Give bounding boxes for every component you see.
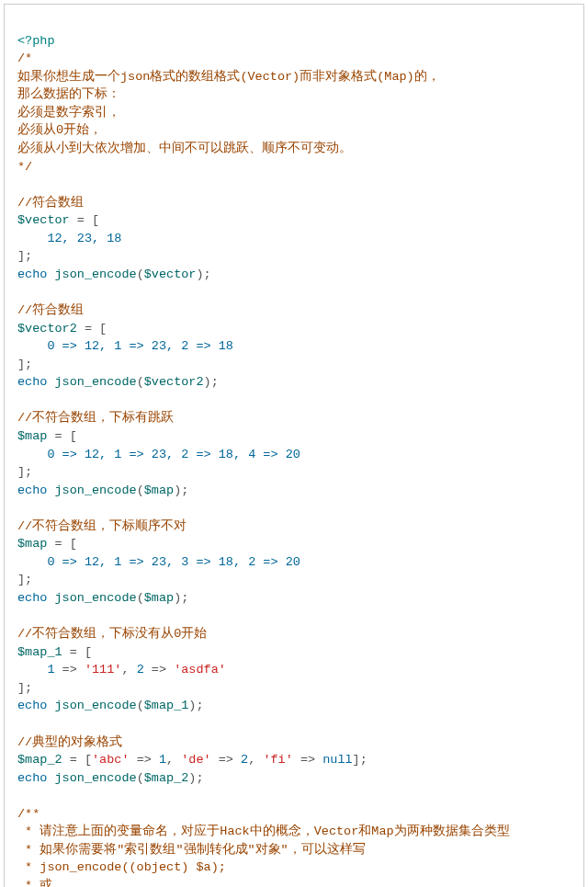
- number-list: 0 => 12, 1 => 23, 3 => 18, 2 => 20: [17, 555, 300, 569]
- comment-line: /*: [17, 51, 32, 65]
- php-open-tag: <?php: [17, 34, 55, 48]
- comment-line: //不符合数组，下标有跳跃: [17, 411, 174, 425]
- variable: $vector2: [17, 322, 77, 335]
- comment-line: //典型的对象格式: [17, 735, 122, 749]
- keyword-echo: echo: [17, 375, 47, 389]
- paren: (: [137, 375, 144, 389]
- arg: $map: [144, 483, 174, 497]
- comma: ,: [121, 663, 136, 677]
- comma: ,: [166, 753, 181, 767]
- number: 1: [159, 753, 166, 767]
- arrow: =>: [144, 663, 174, 677]
- keyword-echo: echo: [17, 483, 47, 497]
- punct: ];: [17, 681, 32, 695]
- punct: ];: [17, 573, 32, 586]
- number-list: 12, 23, 18: [17, 232, 121, 245]
- string: 'asdfa': [174, 663, 226, 677]
- comment-line: 必须从0开始，: [17, 123, 102, 137]
- arg: $map_2: [144, 771, 189, 785]
- arrow: =>: [130, 753, 159, 767]
- keyword-echo: echo: [17, 699, 47, 712]
- key: 2: [137, 663, 144, 677]
- punct: );: [196, 267, 210, 281]
- punct: = [: [62, 753, 92, 767]
- comment-line: * 请注意上面的变量命名，对应于Hack中的概念，Vector和Map为两种数据…: [17, 824, 510, 838]
- punct: = [: [47, 429, 76, 443]
- string: 'abc': [92, 753, 130, 767]
- function-call: json_encode: [47, 267, 136, 281]
- punct: ];: [17, 249, 32, 263]
- punct: ];: [17, 465, 32, 479]
- string: 'fi': [263, 753, 292, 767]
- comment-line: //符合数组: [17, 196, 84, 210]
- keyword-echo: echo: [17, 267, 47, 281]
- function-call: json_encode: [47, 375, 136, 389]
- arrow: =>: [293, 753, 322, 767]
- variable: $map: [17, 537, 47, 551]
- indent: [17, 663, 47, 677]
- comment-line: //不符合数组，下标没有从0开始: [17, 627, 207, 641]
- comment-line: //不符合数组，下标顺序不对: [17, 519, 187, 533]
- punct: );: [204, 375, 219, 389]
- comment-line: * 或: [17, 879, 52, 887]
- punct: ];: [353, 753, 368, 767]
- number-list: 0 => 12, 1 => 23, 2 => 18: [17, 339, 233, 353]
- arg: $map: [144, 591, 174, 605]
- string: '111': [85, 663, 122, 677]
- function-call: json_encode: [47, 771, 136, 785]
- comment-line: 必须是数字索引，: [17, 106, 120, 119]
- number: 2: [241, 753, 248, 767]
- paren: (: [137, 267, 144, 281]
- paren: (: [137, 771, 144, 785]
- function-call: json_encode: [47, 483, 136, 497]
- function-call: json_encode: [47, 591, 136, 605]
- punct: ];: [17, 358, 32, 371]
- comma: ,: [248, 753, 263, 767]
- code-block: <?php /* 如果你想生成一个json格式的数组格式(Vector)而非对象…: [4, 4, 584, 887]
- punct: = [: [77, 322, 107, 335]
- arrow: =>: [55, 663, 85, 677]
- punct: );: [174, 483, 188, 497]
- comment-line: 如果你想生成一个json格式的数组格式(Vector)而非对象格式(Map)的，: [17, 70, 440, 84]
- key: 1: [47, 663, 54, 677]
- paren: (: [137, 699, 144, 712]
- punct: = [: [62, 645, 92, 659]
- comment-line: 必须从小到大依次增加、中间不可以跳跃、顺序不可变动。: [17, 142, 352, 155]
- null-literal: null: [322, 753, 352, 767]
- variable: $map_2: [17, 753, 62, 767]
- arrow: =>: [211, 753, 241, 767]
- comment-line: * json_encode((object) $a);: [17, 860, 226, 874]
- arg: $vector: [144, 267, 197, 281]
- punct: );: [174, 591, 188, 605]
- paren: (: [137, 591, 144, 605]
- comment-line: //符合数组: [17, 303, 84, 317]
- comment-line: 那么数据的下标：: [17, 87, 120, 101]
- comment-line: * 如果你需要将"索引数组"强制转化成"对象"，可以这样写: [17, 843, 366, 857]
- paren: (: [137, 483, 144, 497]
- punct: );: [188, 699, 203, 712]
- variable: $map: [17, 429, 47, 443]
- keyword-echo: echo: [17, 771, 47, 785]
- string: 'de': [181, 753, 210, 767]
- comment-line: /**: [17, 807, 40, 821]
- number-list: 0 => 12, 1 => 23, 2 => 18, 4 => 20: [17, 448, 300, 461]
- comment-line: */: [17, 160, 32, 174]
- punct: );: [188, 771, 203, 785]
- arg: $vector2: [144, 375, 204, 389]
- function-call: json_encode: [47, 699, 136, 712]
- punct: = [: [47, 537, 76, 551]
- variable: $vector: [17, 213, 70, 227]
- punct: = [: [70, 213, 99, 227]
- keyword-echo: echo: [17, 591, 47, 605]
- variable: $map_1: [17, 645, 62, 659]
- arg: $map_1: [144, 699, 189, 712]
